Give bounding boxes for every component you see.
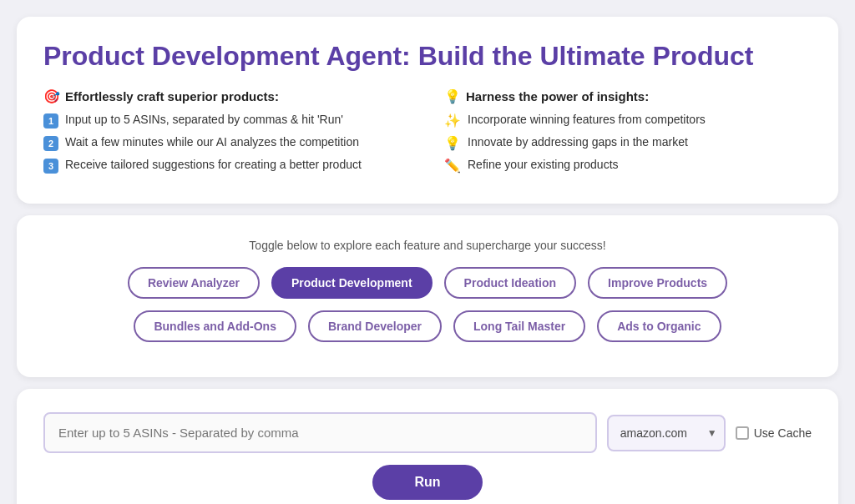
target-icon: 🎯 (43, 88, 60, 104)
run-button[interactable]: Run (372, 465, 482, 500)
page-title: Product Development Agent: Build the Ult… (43, 40, 812, 72)
use-cache-checkbox[interactable] (736, 426, 749, 440)
toggle-long-tail-master[interactable]: Long Tail Master (453, 310, 585, 342)
toggle-improve-products[interactable]: Improve Products (588, 267, 727, 299)
sparkle-icon: ✨ (444, 113, 461, 129)
toggle-product-ideation[interactable]: Product Ideation (444, 267, 576, 299)
toggle-review-analyzer[interactable]: Review Analyzer (128, 267, 260, 299)
step-badge-3: 3 (43, 159, 58, 174)
domain-select[interactable]: amazon.com amazon.co.uk amazon.de amazon… (607, 415, 726, 451)
bulb-icon: 💡 (444, 135, 461, 151)
toggle-product-development[interactable]: Product Development (271, 267, 433, 299)
right-item-2: 💡 Innovate by addressing gaps in the mar… (444, 135, 812, 151)
left-section-title: 🎯 Effortlessly craft superior products: (43, 88, 411, 104)
toggle-row-1: Review Analyzer Product Development Prod… (43, 267, 812, 299)
toggle-bundles-addons[interactable]: Bundles and Add-Ons (134, 310, 296, 342)
toggle-card: Toggle below to explore each feature and… (17, 215, 838, 377)
toggle-ads-to-organic[interactable]: Ads to Organic (597, 310, 721, 342)
input-row: amazon.com amazon.co.uk amazon.de amazon… (43, 412, 812, 453)
left-item-1: 1 Input up to 5 ASINs, separated by comm… (43, 113, 411, 129)
step-badge-2: 2 (43, 136, 58, 151)
main-container: Product Development Agent: Build the Ult… (17, 17, 838, 504)
run-btn-row: Run (43, 465, 812, 500)
right-item-1: ✨ Incorporate winning features from comp… (444, 113, 812, 129)
step-badge-1: 1 (43, 113, 58, 129)
pencil-icon: ✏️ (444, 158, 461, 174)
lightbulb-icon: 💡 (444, 88, 461, 104)
left-column: 🎯 Effortlessly craft superior products: … (43, 88, 411, 180)
toggle-row-2: Bundles and Add-Ons Brand Developer Long… (43, 310, 812, 342)
hero-card: Product Development Agent: Build the Ult… (17, 17, 838, 204)
asin-input[interactable] (43, 412, 597, 453)
right-item-3: ✏️ Refine your existing products (444, 158, 812, 174)
toggle-subtitle: Toggle below to explore each feature and… (43, 239, 812, 252)
left-item-2: 2 Wait a few minutes while our AI analyz… (43, 135, 411, 151)
use-cache-label[interactable]: Use Cache (736, 426, 812, 440)
toggle-brand-developer[interactable]: Brand Developer (308, 310, 442, 342)
features-grid: 🎯 Effortlessly craft superior products: … (43, 88, 812, 180)
input-card: amazon.com amazon.co.uk amazon.de amazon… (17, 389, 838, 504)
right-column: 💡 Harness the power of insights: ✨ Incor… (444, 88, 812, 180)
right-section-title: 💡 Harness the power of insights: (444, 88, 812, 104)
domain-select-wrapper: amazon.com amazon.co.uk amazon.de amazon… (607, 415, 726, 451)
left-item-3: 3 Receive tailored suggestions for creat… (43, 158, 411, 174)
